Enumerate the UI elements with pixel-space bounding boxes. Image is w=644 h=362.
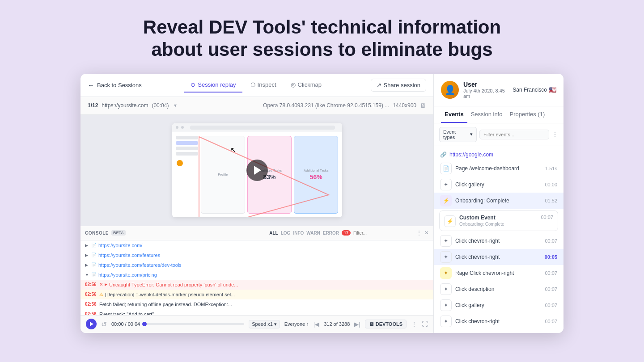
mock-card-title-1: Profile	[218, 173, 228, 176]
user-date: July 4th 2020, 8:45 am	[463, 88, 508, 99]
sidebar-item-3	[176, 147, 198, 150]
console-row-warning-1[interactable]: 02:56 ⚠ [Deprecation] ::-webkit-details-…	[80, 290, 433, 299]
console-row-5[interactable]: 02:56 Fetch failed; returning offline pa…	[80, 299, 433, 309]
tab-events[interactable]: Events	[441, 106, 467, 123]
event-click-chevron-1[interactable]: ✦ Click chevron-right 00:07	[434, 233, 564, 249]
filter-error[interactable]: ERROR	[323, 231, 339, 236]
console-row-2[interactable]: ▶ 📄 https://yoursite.com/features	[80, 250, 433, 260]
custom-event-card[interactable]: ⚡ Custom Event Onboarding: Complete 00:0…	[439, 210, 558, 231]
right-tabs: Events Session info Properties (1)	[434, 106, 564, 123]
console-row-error-1[interactable]: 02:56 ✕ ▶ Uncaught TypeError: Cannot rea…	[80, 280, 433, 290]
console-row-4[interactable]: ▼ 📄 https://yoursite.com/pricing	[80, 270, 433, 280]
file-icon-2: 📄	[91, 253, 97, 257]
event-click-chevron-1-label: Click chevron-right	[455, 238, 541, 244]
mock-avatar	[176, 159, 184, 167]
nav-tabs: ⊙ Session replay ⬡ Inspect ◎ Clickmap	[145, 78, 367, 93]
screen-icon: 🖥	[420, 102, 426, 109]
console-time-3: 02:56	[85, 302, 97, 307]
play-button-overlay[interactable]	[246, 160, 268, 181]
audience-selector[interactable]: Everyone ↑	[284, 321, 309, 327]
event-click-chevron-2[interactable]: ✦ Click chevron-right 00:05	[434, 249, 564, 265]
replay-icon[interactable]: ↺	[101, 320, 107, 328]
event-click-gallery-1[interactable]: ✦ Click gallery 00:00	[434, 177, 564, 193]
events-toolbar: Event types ▾ ⋮	[434, 123, 564, 146]
bottom-expand-icon[interactable]: ⛶	[422, 320, 428, 328]
play-button[interactable]	[86, 319, 97, 329]
custom-event-sub: Onboarding: Complete	[459, 222, 537, 227]
filter-info[interactable]: INFO	[293, 231, 304, 236]
play-icon	[90, 322, 93, 326]
speed-selector[interactable]: Speed x1 ▾	[249, 320, 280, 328]
event-types-button[interactable]: Event types ▾	[439, 127, 477, 142]
console-close-icon[interactable]: ✕	[424, 230, 429, 236]
back-to-sessions-button[interactable]: ← Back to Sessions	[88, 81, 142, 89]
event-click-chevron-1-time: 00:07	[545, 238, 557, 244]
tab-session-replay-label: Session replay	[198, 81, 236, 88]
share-session-button[interactable]: ↗ Share session	[371, 79, 426, 92]
user-name: User	[463, 81, 508, 88]
filter-log[interactable]: LOG	[281, 231, 291, 236]
user-info: User July 4th 2020, 8:45 am	[463, 81, 508, 99]
tab-clickmap[interactable]: ◎ Clickmap	[284, 78, 328, 93]
filter-all[interactable]: ALL	[269, 231, 278, 236]
event-source-url[interactable]: 🔗 https://google.com	[434, 149, 564, 160]
resolution-info: 1440x900	[393, 102, 416, 109]
filter-events-input[interactable]	[479, 130, 549, 139]
event-page[interactable]: 📄 Page /welcome-dashboard 1.51s	[434, 160, 564, 177]
console-actions: ⋮ ✕	[416, 230, 429, 236]
console-filter-input[interactable]	[353, 231, 410, 236]
tab-properties[interactable]: Properties (1)	[506, 106, 548, 123]
console-row-6[interactable]: 02:56 Event track: "Add to cart"	[80, 309, 433, 315]
toggle-icon-4: ▼	[85, 273, 89, 277]
url-bar: 1/12 https://yoursite.com (00:04) ▾ Oper…	[80, 97, 433, 115]
event-click-gallery-2[interactable]: ✦ Click gallery 00:07	[434, 297, 564, 313]
devtools-button[interactable]: 🖥 DEVTOOLS	[365, 320, 407, 328]
left-panel: ← Back to Sessions ⊙ Session replay ⬡ In…	[80, 74, 434, 333]
session-count: 312 of 3288	[324, 321, 350, 327]
click-description-icon: ✦	[440, 283, 452, 295]
click-chevron-2-icon: ✦	[440, 251, 452, 263]
mock-card-profile: Profile	[201, 136, 245, 214]
event-click-gallery-2-time: 00:07	[545, 303, 557, 308]
file-icon-4: 📄	[91, 272, 97, 277]
nav-prev-icon[interactable]: |◀	[314, 321, 319, 328]
tab-clickmap-label: Clickmap	[298, 81, 322, 88]
event-rage-click[interactable]: ✦ Rage Click chevron-right 00:07	[434, 265, 564, 281]
event-click-chevron-3[interactable]: ✦ Click chevron-right 00:07	[434, 313, 564, 329]
progress-bar[interactable]	[144, 323, 244, 325]
console-text-2: Event track: "Add to cart"	[99, 311, 429, 315]
event-click-gallery-1-label: Click gallery	[455, 181, 541, 188]
console-header: CONSOLE BETA ALL LOG INFO WARN ERROR 17 …	[80, 226, 433, 240]
back-label: Back to Sessions	[97, 82, 142, 88]
mock-search-bar	[190, 126, 335, 130]
toggle-icon-3: ▶	[85, 263, 89, 267]
onboarding-icon: ⚡	[440, 195, 452, 206]
event-click-description[interactable]: ✦ Click description 00:07	[434, 281, 564, 297]
file-icon-1: 📄	[91, 243, 97, 248]
warn-icon-1: ⚠	[99, 292, 103, 297]
user-location: San Francisco 🇺🇸	[513, 86, 556, 93]
avatar-emoji: 👤	[445, 84, 456, 95]
tab-session-info[interactable]: Session info	[467, 106, 506, 123]
tab-inspect[interactable]: ⬡ Inspect	[244, 78, 283, 93]
event-click-chevron-3-time: 00:07	[545, 319, 557, 324]
event-onboarding[interactable]: ⚡ Onboarding: Complete 01:52	[434, 193, 564, 209]
event-rage-click-time: 00:07	[545, 270, 557, 276]
screen-wrapper: Profile Prioritized Tasks 83% Additional…	[172, 123, 342, 217]
custom-event-text: Custom Event Onboarding: Complete	[459, 215, 537, 227]
mock-dot-1	[176, 126, 178, 129]
console-more-icon[interactable]: ⋮	[416, 230, 422, 236]
console-label: CONSOLE	[85, 231, 109, 236]
events-more-icon[interactable]: ⋮	[552, 131, 558, 138]
console-url-1: https://yoursite.com/	[98, 243, 142, 248]
tab-session-replay[interactable]: ⊙ Session replay	[184, 78, 242, 93]
speed-dropdown-icon: ▾	[274, 321, 277, 327]
console-row-3[interactable]: ▶ 📄 https://yoursite.com/features/dev-to…	[80, 260, 433, 270]
console-url-2: https://yoursite.com/features	[98, 253, 160, 258]
nav-next-icon[interactable]: ▶|	[354, 321, 360, 328]
url-dropdown-icon[interactable]: ▾	[174, 102, 177, 109]
mock-avatar-area	[176, 159, 198, 167]
bottom-more-icon[interactable]: ⋮	[411, 320, 417, 328]
console-row-1[interactable]: ▶ 📄 https://yoursite.com/	[80, 240, 433, 250]
filter-warn[interactable]: WARN	[306, 231, 320, 236]
